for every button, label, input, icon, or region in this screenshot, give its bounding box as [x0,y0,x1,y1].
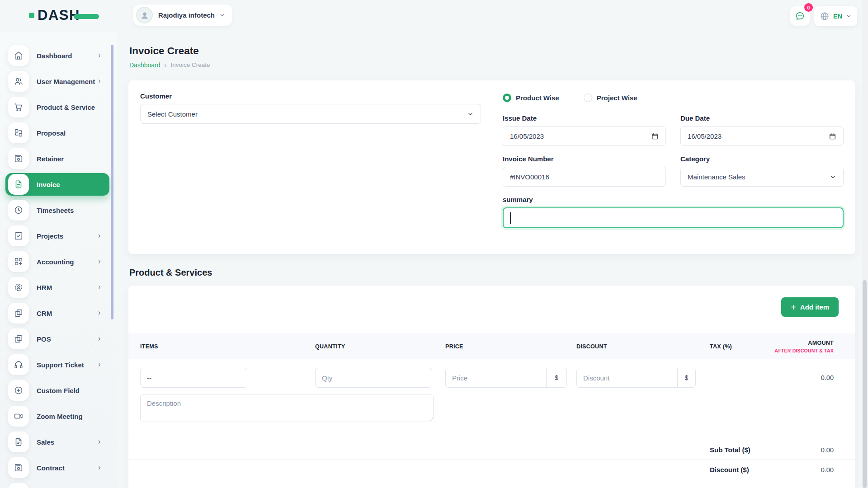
subtotal-row: Sub Total ($) 0.00 [128,440,855,460]
category-label: Category [680,155,844,163]
category-select[interactable]: Maintenance Sales [680,167,844,187]
messages-button[interactable]: 0 [790,6,810,26]
file-icon [8,432,29,452]
sidebar-item-support-ticket[interactable]: Support Ticket [5,353,109,376]
discount-total-row: Discount ($) 0.00 [128,460,855,479]
workspace-name: Rajodiya infotech [158,11,215,19]
grid-plus-icon [8,251,29,272]
sidebar-item-label: HRM [37,284,52,291]
calendar-icon [651,132,659,140]
invoice-number-group: Invoice Number [503,155,666,187]
product-wise-radio[interactable]: Product Wise [503,94,559,102]
summary-textarea[interactable] [503,207,844,228]
quantity-input[interactable] [316,368,417,387]
layers-icon [8,303,29,324]
sidebar-item-label: Sales [37,438,54,446]
items-card: + Add item ITEMS QUANTITY PRICE DISCOUNT… [128,286,855,488]
subtotal-value: 0.00 [773,446,855,454]
issue-date-input[interactable]: 16/05/2023 [503,126,666,146]
floppy-icon [8,457,29,478]
sidebar-item-sales[interactable]: Sales [5,431,109,453]
add-item-button[interactable]: + Add item [781,297,839,317]
sidebar-item-invoice[interactable]: Invoice [5,173,109,196]
sidebar-item-label: POS [37,335,51,343]
due-date-group: Due Date 16/05/2023 [680,114,844,146]
breadcrumb-current: Invoice Create [171,61,210,68]
discount-total-value: 0.00 [773,466,855,474]
product-wise-label: Product Wise [516,94,559,102]
sidebar-item-product-service[interactable]: Product & Service [5,96,109,118]
radio-selected-icon [503,94,511,102]
summary-label: summary [503,196,844,203]
sidebar-item-label: Timesheets [37,206,74,214]
price-currency-suffix: $ [546,368,566,387]
chevron-right-icon [97,259,102,264]
description-textarea[interactable] [140,394,434,422]
chevron-right-icon [97,336,102,342]
sidebar-item-hrm[interactable]: HRM [5,276,109,299]
sidebar-item-contract[interactable]: Contract [5,456,109,479]
due-date-label: Due Date [680,114,844,122]
sidebar-scrollbar[interactable] [111,45,113,319]
avatar [136,7,153,23]
sidebar-item-zoom-meeting[interactable]: Zoom Meeting [5,405,109,427]
workspace-dropdown[interactable]: Rajodiya infotech [133,5,232,26]
sidebar-item-user-management[interactable]: User Management [5,70,109,93]
col-discount: DISCOUNT [576,343,710,350]
sidebar-item-label: Product & Service [37,103,95,111]
sidebar-item-messenger[interactable]: Messenger [5,482,109,488]
main-content: Invoice Create Dashboard › Invoice Creat… [128,33,855,488]
page-scrollbar-thumb[interactable] [863,280,867,488]
page-scrollbar-track [862,0,868,488]
chevron-right-icon [97,310,102,316]
items-table: ITEMS QUANTITY PRICE DISCOUNT TAX (%) AM… [128,333,855,479]
quantity-unit-suffix [417,368,432,387]
chevron-right-icon [97,233,102,239]
item-select-value: -- [147,374,151,382]
discount-input-group: $ [576,368,696,388]
chevron-right-icon [97,465,102,470]
price-input[interactable] [446,368,546,387]
sidebar-item-custom-field[interactable]: Custom Field [5,379,109,402]
sidebar-item-label: Invoice [37,181,60,188]
language-selector[interactable]: EN [814,6,857,26]
text-caret [510,212,511,224]
logo-dash-icon [74,14,99,19]
brand-logo[interactable]: DASH [29,7,99,23]
invoice-number-input[interactable] [503,167,666,187]
invoice-number-label: Invoice Number [503,155,666,163]
sidebar-item-pos[interactable]: POS [5,328,109,350]
summary-group: summary [503,196,844,228]
issue-date-label: Issue Date [503,114,666,122]
due-date-input[interactable]: 16/05/2023 [680,126,844,146]
sidebar-item-dashboard[interactable]: Dashboard [5,44,109,67]
chevron-right-icon [97,285,102,290]
sidebar-item-timesheets[interactable]: Timesheets [5,199,109,221]
item-select[interactable]: -- [140,368,247,388]
sidebar-item-crm[interactable]: CRM [5,302,109,324]
chevron-right-icon [97,362,102,367]
headset-icon [8,354,29,375]
layers-icon [8,328,29,349]
home-icon [8,45,29,66]
col-tax: TAX (%) [710,343,773,350]
invoice-meta-column: Product Wise Project Wise Issue Date 16/… [503,92,844,242]
sidebar-item-projects[interactable]: Projects [5,225,109,247]
cart-icon [8,97,29,117]
sidebar-item-proposal[interactable]: Proposal [5,122,109,144]
breadcrumb-dashboard-link[interactable]: Dashboard [129,61,160,69]
chevron-right-icon [97,79,102,84]
col-quantity: QUANTITY [315,343,445,350]
sidebar-item-accounting[interactable]: Accounting [5,250,109,273]
chat-icon [8,483,29,488]
users-icon [8,71,29,92]
issue-date-group: Issue Date 16/05/2023 [503,114,666,146]
col-amount: AMOUNT AFTER DISCOUNT & TAX [773,340,855,353]
sidebar-item-label: Dashboard [37,52,72,60]
video-icon [8,406,29,427]
customer-select[interactable]: Select Customer [140,104,481,124]
discount-input[interactable] [577,368,677,387]
chevron-down-icon [846,13,852,19]
project-wise-radio[interactable]: Project Wise [584,94,637,102]
sidebar-item-retainer[interactable]: Retainer [5,147,109,170]
